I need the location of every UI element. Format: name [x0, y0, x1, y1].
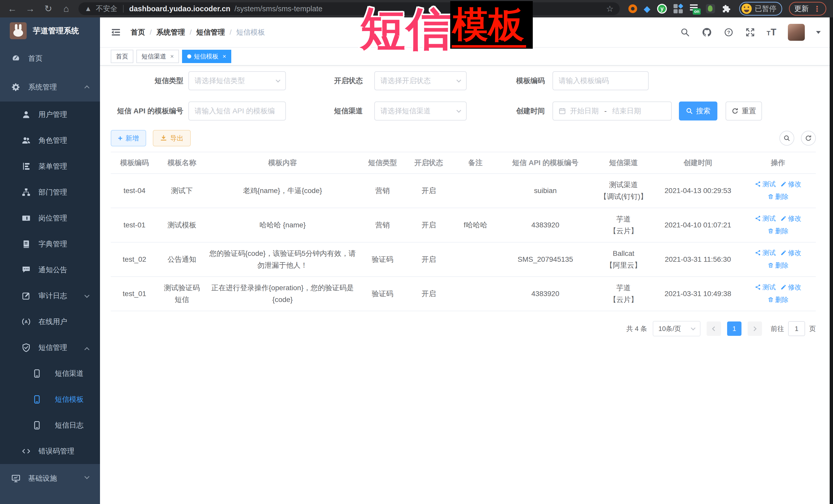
- table-header-cell: 操作: [740, 152, 816, 173]
- breadcrumb-separator: /: [150, 28, 152, 37]
- channel-placeholder: 请选择短信渠道: [380, 106, 431, 116]
- phone-icon: [32, 369, 42, 378]
- cell-code: test-01: [111, 208, 158, 242]
- reset-button[interactable]: 重置: [725, 101, 762, 120]
- sidebar-item-sms-log[interactable]: 短信日志: [0, 412, 100, 438]
- sidebar-item-menus[interactable]: 菜单管理: [0, 153, 100, 179]
- cell-content: 老鸡{name}，牛逼{code}: [206, 173, 359, 208]
- sidebar-item-online-users[interactable]: A 在线用户: [0, 309, 100, 335]
- sidebar-item-dictionary[interactable]: 字典管理: [0, 231, 100, 257]
- export-button[interactable]: 导出: [153, 130, 191, 146]
- tab-sms-channel[interactable]: 短信渠道 ×: [136, 50, 179, 63]
- sidebar-logo[interactable]: 芋道管理系统: [0, 18, 100, 44]
- table-toolbar: + 新增 导出: [111, 130, 816, 146]
- delete-link[interactable]: 删除: [768, 259, 789, 271]
- edit-link[interactable]: 修改: [781, 213, 802, 224]
- security-warning-icon[interactable]: ▲: [85, 5, 92, 13]
- extension-kite-icon[interactable]: ◆: [644, 4, 650, 13]
- status-select[interactable]: 请选择开启状态: [374, 71, 467, 90]
- prev-page-button[interactable]: [707, 321, 721, 336]
- api-template-id-input[interactable]: [188, 101, 286, 120]
- sidebar-item-roles[interactable]: 角色管理: [0, 127, 100, 153]
- cell-actions: 测试修改删除: [740, 277, 816, 311]
- edit-link[interactable]: 修改: [781, 178, 802, 190]
- tab-close-icon[interactable]: ×: [222, 53, 226, 60]
- tab-home[interactable]: 首页: [111, 50, 133, 63]
- test-link[interactable]: 测试: [755, 213, 776, 224]
- sidebar-item-sms-channel[interactable]: 短信渠道: [0, 360, 100, 386]
- show-search-toggle-button[interactable]: [779, 131, 794, 146]
- delete-link[interactable]: 删除: [768, 191, 789, 202]
- sms-type-select[interactable]: 请选择短信类型: [188, 71, 286, 90]
- refresh-table-button[interactable]: [801, 131, 816, 146]
- breadcrumb-item[interactable]: 短信管理: [196, 27, 225, 37]
- extension-donut-icon[interactable]: [628, 4, 637, 13]
- test-link[interactable]: 测试: [755, 178, 776, 190]
- sidebar-item-label: 角色管理: [39, 136, 67, 145]
- template-code-input[interactable]: [552, 71, 649, 90]
- sidebar-item-sms-template[interactable]: 短信模板: [0, 386, 100, 412]
- sidebar-item-infrastructure[interactable]: 基础设施: [0, 464, 100, 493]
- browser-back-icon[interactable]: ←: [7, 0, 18, 18]
- sidebar-item-label: 用户管理: [39, 110, 67, 119]
- tab-close-icon[interactable]: ×: [170, 53, 174, 60]
- sidebar-item-departments[interactable]: 部门管理: [0, 179, 100, 205]
- sidebar-item-users[interactable]: 用户管理: [0, 101, 100, 127]
- github-icon[interactable]: [701, 27, 712, 38]
- sidebar-item-notices[interactable]: 通知公告: [0, 257, 100, 283]
- page-number-button[interactable]: 1: [727, 321, 741, 336]
- breadcrumb-item[interactable]: 首页: [131, 27, 145, 37]
- edit-link[interactable]: 修改: [781, 281, 802, 293]
- extension-list-icon[interactable]: on: [689, 4, 699, 14]
- edit-link[interactable]: 修改: [781, 247, 802, 259]
- tab-sms-template[interactable]: 短信模板 ×: [182, 50, 231, 63]
- test-link[interactable]: 测试: [755, 247, 776, 259]
- channel-select[interactable]: 请选择短信渠道: [374, 101, 467, 120]
- url-path: /system/sms/sms-template: [235, 5, 323, 13]
- browser-menu-kebab-icon[interactable]: ⋮: [813, 4, 821, 13]
- chevron-down-icon: [456, 78, 461, 82]
- cell-actions: 测试修改删除: [740, 173, 816, 208]
- breadcrumb-separator: /: [190, 28, 192, 37]
- page-size-select[interactable]: 10条/页: [653, 321, 700, 336]
- add-button[interactable]: + 新增: [111, 130, 146, 146]
- font-size-icon[interactable]: TT: [767, 27, 777, 38]
- bookmark-star-icon[interactable]: ☆: [606, 4, 614, 14]
- cell-channel: 测试渠道 【调试(钉钉)】: [592, 173, 656, 208]
- sidebar-item-system[interactable]: 系统管理: [0, 73, 100, 101]
- fullscreen-icon[interactable]: [745, 27, 755, 38]
- browser-reload-icon[interactable]: ↻: [43, 0, 54, 18]
- extension-grid-icon[interactable]: [673, 4, 683, 13]
- goto-page-input[interactable]: [788, 321, 805, 336]
- sidebar-item-home[interactable]: 首页: [0, 44, 100, 73]
- browser-home-icon[interactable]: ⌂: [61, 0, 72, 18]
- share-icon: [755, 250, 761, 256]
- extension-y-icon[interactable]: y: [657, 4, 667, 14]
- date-range-picker[interactable]: 开始日期 - 结束日期: [552, 101, 672, 120]
- address-bar[interactable]: ▲ 不安全 dashboard.yudao.iocoder.cn /system…: [78, 2, 620, 15]
- delete-link[interactable]: 删除: [768, 225, 789, 237]
- sidebar-item-sms[interactable]: 短信管理: [0, 335, 100, 360]
- search-icon[interactable]: [680, 27, 690, 38]
- next-page-button[interactable]: [747, 321, 762, 336]
- window-scrollbar[interactable]: [830, 18, 833, 504]
- test-link[interactable]: 测试: [755, 281, 776, 293]
- breadcrumb-item[interactable]: 系统管理: [157, 27, 185, 37]
- avatar-caret-icon[interactable]: [816, 31, 821, 34]
- date-start-placeholder: 开始日期: [570, 106, 599, 116]
- browser-profile-chip[interactable]: 已暂停: [739, 2, 782, 16]
- sidebar-item-posts[interactable]: 岗位管理: [0, 205, 100, 231]
- sidebar-collapse-icon[interactable]: [111, 27, 121, 38]
- sidebar-item-errcode[interactable]: 错误码管理: [0, 438, 100, 464]
- browser-forward-icon[interactable]: →: [25, 0, 36, 18]
- extension-monkey-icon[interactable]: [706, 4, 715, 13]
- user-avatar[interactable]: [788, 24, 805, 41]
- table-row: test-01 测试模板 哈哈哈 {name} 营销 开启 f哈哈哈 43839…: [111, 208, 816, 242]
- sidebar-item-audit-log[interactable]: 审计日志: [0, 283, 100, 309]
- extensions-puzzle-icon[interactable]: [722, 4, 731, 13]
- browser-update-button[interactable]: 更新 ⋮: [789, 2, 826, 16]
- delete-link[interactable]: 删除: [768, 294, 789, 306]
- search-button[interactable]: 搜索: [679, 101, 717, 120]
- help-icon[interactable]: ?: [723, 27, 734, 38]
- cell-status: 开启: [406, 277, 452, 311]
